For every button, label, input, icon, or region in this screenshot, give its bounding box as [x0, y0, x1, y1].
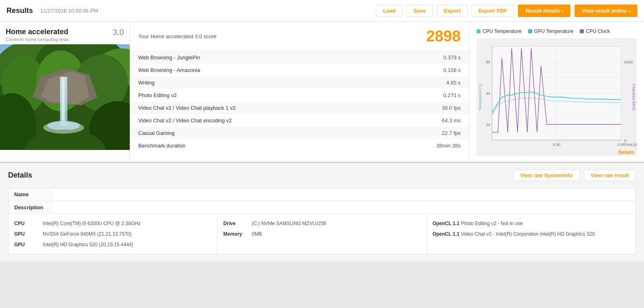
result-details-button[interactable]: Result details ›: [518, 4, 570, 17]
hw-val: NVIDIA GeForce 940MX (21.21.13.7570): [43, 231, 211, 237]
hardware-row: GPUNVIDIA GeForce 940MX (21.21.13.7570): [9, 229, 217, 239]
svg-text:60: 60: [486, 60, 490, 64]
result-name: Video Chat v2 / Video Chat playback 1 v2: [130, 102, 379, 114]
legend-cpu-temp: CPU Temperature: [476, 28, 522, 34]
result-value: 30.0 fps: [379, 102, 469, 114]
cpu-clock-label: CPU Clock: [586, 28, 610, 34]
hw-key: OpenCL 1.1: [433, 221, 461, 226]
result-value: 0.271 s: [379, 89, 469, 102]
benchmark-middle-panel: Your Home accelerated 3.0 score 2898 Web…: [130, 22, 469, 162]
table-row: Benchmark duration38min 28s: [130, 139, 469, 152]
result-name: Writing: [130, 76, 379, 89]
hw-val: Intel(R) Core(TM) i5-6200U CPU @ 2.30GHz: [43, 221, 211, 226]
score-header: Your Home accelerated 3.0 score 2898: [130, 22, 469, 51]
table-row: Casual Gaming22.7 fps: [130, 127, 469, 139]
hw-val: (C:) NVMe SAMSUNG MZVLV256: [252, 221, 420, 226]
table-row: Web Browsing - JunglePin0.379 s: [130, 51, 469, 64]
svg-text:0:30: 0:30: [553, 142, 561, 147]
hardware-row: CPUIntel(R) Core(TM) i5-6200U CPU @ 2.30…: [9, 218, 217, 229]
hardware-col-2: Drive(C:) NVMe SAMSUNG MZVLV256Memory0MB: [218, 214, 426, 254]
hardware-row: GPUIntel(R) HD Graphics 520 (20.19.15.44…: [9, 239, 217, 250]
details-grid: Name Description CPUIntel(R) Core(TM) i5…: [8, 188, 636, 254]
benchmark-image: [0, 44, 130, 150]
benchmark-header: Home accelerated Common home computing t…: [0, 22, 130, 44]
cpu-temp-label: CPU Temperature: [483, 28, 522, 34]
hw-key: Drive: [223, 221, 252, 226]
details-header: Details View raw SystemInfo View raw res…: [8, 169, 636, 181]
hardware-row: Drive(C:) NVMe SAMSUNG MZVLV256: [218, 218, 426, 229]
description-row: Description: [9, 201, 635, 214]
benchmark-version: 3.0: [113, 28, 124, 37]
result-value: 0.156 s: [379, 64, 469, 76]
chart-panel: CPU Temperature GPU Temperature CPU Cloc…: [469, 22, 644, 162]
performance-chart: 60 40 20 Temperature [°C] 2000 0 Frequen…: [476, 38, 637, 156]
table-row: Writing4.85 s: [130, 76, 469, 89]
result-value: 0.379 s: [379, 51, 469, 64]
svg-rect-16: [62, 81, 64, 121]
hw-val: Video Chat v2 - Intel(R) Corporation Int…: [461, 231, 630, 237]
load-button[interactable]: Load: [376, 5, 402, 17]
hw-key: GPU: [14, 231, 43, 237]
table-row: Web Browsing - Amazonia0.156 s: [130, 64, 469, 76]
description-label: Description: [9, 201, 53, 214]
chart-area: 60 40 20 Temperature [°C] 2000 0 Frequen…: [476, 38, 637, 156]
svg-text:20: 20: [486, 122, 490, 127]
description-value: [53, 201, 65, 214]
result-name: Casual Gaming: [130, 127, 379, 139]
hardware-col-3: OpenCL 1.1Photo Editing v2 - Not in useO…: [427, 214, 635, 254]
hardware-row: Memory0MB: [218, 229, 426, 239]
hw-val: Photo Editing v2 - Not in use: [461, 221, 630, 226]
view-result-online-button[interactable]: View result online ›: [574, 4, 637, 17]
hardware-row: OpenCL 1.1Photo Editing v2 - Not in use: [427, 218, 635, 229]
nature-svg: [0, 44, 130, 150]
result-name: Photo Editing v2: [130, 89, 379, 102]
table-row: Photo Editing v20.271 s: [130, 89, 469, 102]
details-actions: View raw SystemInfo View raw result: [513, 169, 636, 181]
details-title: Details: [8, 171, 32, 180]
result-name: Web Browsing - Amazonia: [130, 64, 379, 76]
cpu-temp-dot: [476, 29, 481, 33]
benchmark-subtitle: Common home computing tests: [6, 37, 69, 42]
hw-key: OpenCL 1.1: [433, 231, 461, 237]
details-section: Details View raw SystemInfo View raw res…: [0, 163, 644, 261]
result-value: 22.7 fps: [379, 127, 469, 139]
svg-text:0: 0: [624, 138, 626, 143]
table-row: Video Chat v2 / Video Chat encoding v264…: [130, 114, 469, 127]
hardware-col-1: CPUIntel(R) Core(TM) i5-6200U CPU @ 2.30…: [9, 214, 218, 254]
result-value: 4.85 s: [379, 76, 469, 89]
result-date: 11/27/2016 10:50:06 PM: [40, 8, 98, 14]
view-raw-sysinfo-button[interactable]: View raw SystemInfo: [513, 169, 579, 181]
name-value: [53, 188, 65, 201]
view-raw-result-button[interactable]: View raw result: [584, 169, 636, 181]
score-label: Your Home accelerated 3.0 score: [138, 33, 216, 39]
svg-text:1:00: 1:00: [617, 142, 625, 147]
export-button[interactable]: Export: [437, 5, 468, 17]
svg-text:2000: 2000: [624, 60, 633, 64]
name-row: Name: [9, 188, 635, 201]
table-row: Video Chat v2 / Video Chat playback 1 v2…: [130, 102, 469, 114]
score-value: 2898: [426, 28, 461, 45]
chart-details-button[interactable]: Details: [618, 150, 634, 155]
hw-key: CPU: [14, 221, 43, 226]
result-value: 64.3 ms: [379, 114, 469, 127]
gpu-temp-dot: [528, 29, 532, 33]
export-pdf-button[interactable]: Export PDF: [472, 5, 514, 17]
svg-text:Temperature [°C]: Temperature [°C]: [478, 84, 482, 110]
result-name: Video Chat v2 / Video Chat encoding v2: [130, 114, 379, 127]
result-name: Web Browsing - JunglePin: [130, 51, 379, 64]
gpu-temp-label: GPU Temperature: [534, 28, 574, 34]
svg-text:Time [s]: Time [s]: [624, 143, 637, 147]
benchmark-name: Home accelerated: [6, 28, 69, 36]
hw-val: 0MB: [252, 231, 420, 237]
save-button[interactable]: Save: [407, 5, 433, 17]
benchmark-left-panel: Home accelerated Common home computing t…: [0, 22, 130, 162]
page-title: Results: [7, 7, 33, 15]
legend-gpu-temp: GPU Temperature: [528, 28, 574, 34]
hw-key: GPU: [14, 242, 43, 247]
hw-val: Intel(R) HD Graphics 520 (20.19.15.4444): [43, 242, 211, 247]
chart-legend: CPU Temperature GPU Temperature CPU Cloc…: [473, 26, 640, 37]
svg-text:Frequency [MHz]: Frequency [MHz]: [632, 84, 636, 111]
hardware-row: OpenCL 1.1Video Chat v2 - Intel(R) Corpo…: [427, 229, 635, 239]
svg-text:40: 40: [486, 91, 490, 95]
svg-point-17: [44, 121, 84, 134]
